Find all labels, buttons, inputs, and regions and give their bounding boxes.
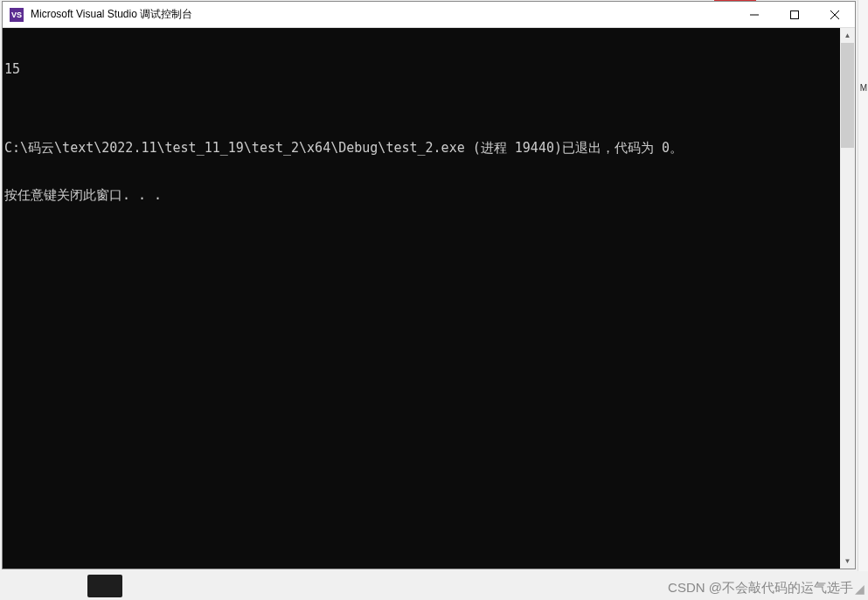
console-line: C:\码云\text\2022.11\test_11_19\test_2\x64…	[4, 140, 838, 156]
app-icon: VS	[10, 8, 24, 22]
window-controls	[734, 2, 855, 27]
scroll-thumb[interactable]	[841, 43, 854, 148]
minimize-icon	[750, 10, 759, 19]
console-body: 15 C:\码云\text\2022.11\test_11_19\test_2\…	[3, 28, 855, 569]
watermark-text: CSDN @不会敲代码的运气选手	[668, 580, 853, 597]
scroll-down-arrow-icon[interactable]: ▼	[840, 554, 855, 569]
console-window: VS Microsoft Visual Studio 调试控制台 15 C:\码…	[2, 1, 856, 569]
titlebar[interactable]: VS Microsoft Visual Studio 调试控制台	[3, 2, 855, 28]
maximize-button[interactable]	[774, 2, 815, 27]
close-button[interactable]	[815, 2, 855, 27]
minimize-button[interactable]	[734, 2, 774, 27]
console-line: 按任意键关闭此窗口. . .	[4, 187, 838, 203]
maximize-icon	[790, 10, 799, 19]
right-edge-char: M	[860, 83, 867, 93]
vertical-scrollbar[interactable]: ▲ ▼	[840, 28, 855, 569]
right-panel-edge: M	[858, 0, 868, 600]
svg-rect-1	[791, 10, 799, 18]
watermark: CSDN @不会敲代码的运气选手 ◢	[668, 580, 865, 597]
scroll-up-arrow-icon[interactable]: ▲	[840, 28, 855, 43]
console-output[interactable]: 15 C:\码云\text\2022.11\test_11_19\test_2\…	[3, 28, 840, 569]
console-line: 15	[4, 61, 838, 77]
resize-grip-icon: ◢	[855, 582, 865, 596]
bottom-dark-block	[87, 575, 122, 597]
close-icon	[830, 10, 839, 19]
window-title: Microsoft Visual Studio 调试控制台	[31, 7, 734, 22]
